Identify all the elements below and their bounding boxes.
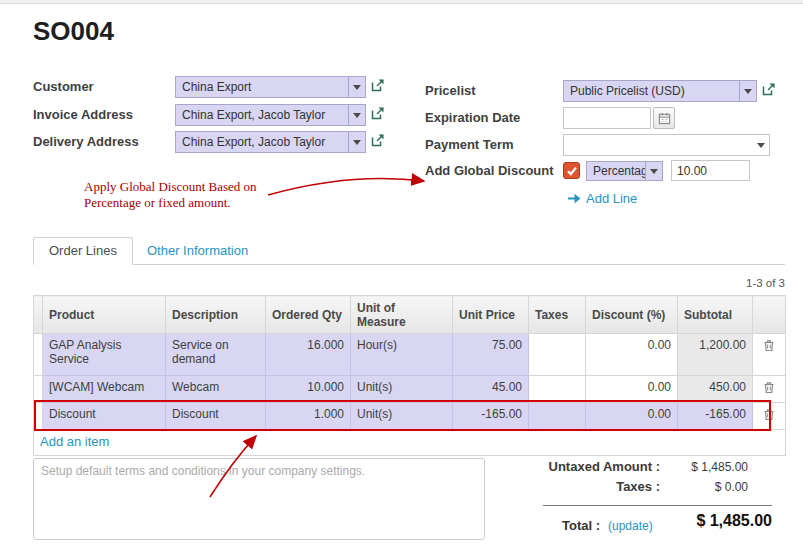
caret-down-icon <box>353 113 361 118</box>
delete-line-button[interactable] <box>753 376 786 403</box>
global-discount-label: Add Global Discount <box>425 160 554 182</box>
untaxed-amount-value: $ 1,485.00 <box>660 460 748 474</box>
pricelist-external-link-icon[interactable] <box>761 82 777 98</box>
invoice-address-value: China Export, Jacob Taylor <box>176 105 348 125</box>
cell-taxes[interactable] <box>529 376 586 403</box>
col-ordered-qty: Ordered Qty <box>266 296 351 334</box>
tab-bar <box>33 237 785 265</box>
add-line-label: Add Line <box>586 191 637 206</box>
cell-discount[interactable]: 0.00 <box>586 403 678 430</box>
order-lines-table: Product Description Ordered Qty Unit of … <box>33 295 786 456</box>
tab-order-lines[interactable]: Order Lines <box>33 237 133 265</box>
total-value: $ 1,485.00 <box>620 512 772 530</box>
expiration-date-input[interactable] <box>563 107 651 129</box>
cell-unit-of-measure[interactable]: Unit(s) <box>351 376 453 403</box>
table-header-row: Product Description Ordered Qty Unit of … <box>34 296 786 334</box>
row-handle <box>34 334 43 376</box>
taxes-label: Taxes : <box>455 479 660 494</box>
col-description: Description <box>166 296 266 334</box>
cell-unit-price[interactable]: 75.00 <box>453 334 529 376</box>
delivery-address-external-link-icon[interactable] <box>370 133 386 149</box>
pager[interactable]: 1-3 of 3 <box>600 277 785 289</box>
cell-subtotal: -165.00 <box>678 403 753 430</box>
delivery-address-dropdown-button[interactable] <box>348 132 365 152</box>
col-subtotal: Subtotal <box>678 296 753 334</box>
cell-discount[interactable]: 0.00 <box>586 334 678 376</box>
col-handle <box>34 296 43 334</box>
caret-down-icon <box>757 143 765 148</box>
arrow-right-icon <box>568 193 581 204</box>
order-line-row-1[interactable]: GAP Analysis Service Service on demand 1… <box>34 334 786 376</box>
cell-unit-of-measure[interactable]: Unit(s) <box>351 403 453 430</box>
cell-taxes[interactable] <box>529 334 586 376</box>
payment-term-label: Payment Term <box>425 134 514 156</box>
delivery-address-value: China Export, Jacob Taylor <box>176 132 348 152</box>
discount-mode-value: Percentage <box>587 162 645 180</box>
sales-order-page: SO004 Customer China Export Invoice Addr… <box>0 0 803 545</box>
cell-ordered-qty[interactable]: 1.000 <box>266 403 351 430</box>
cell-description[interactable]: Discount <box>166 403 266 430</box>
cell-product[interactable]: [WCAM] Webcam <box>43 376 166 403</box>
totals-divider <box>543 505 772 506</box>
check-icon <box>566 165 578 177</box>
order-line-row-discount[interactable]: Discount Discount 1.000 Unit(s) -165.00 … <box>34 403 786 430</box>
discount-mode-select[interactable]: Percentage <box>586 161 663 181</box>
pricelist-dropdown-button[interactable] <box>739 81 756 101</box>
total-label: Total : <box>490 518 600 533</box>
trash-icon <box>763 381 775 394</box>
pricelist-value: Public Pricelist (USD) <box>564 81 739 101</box>
delivery-address-select[interactable]: China Export, Jacob Taylor <box>175 131 366 153</box>
customer-dropdown-button[interactable] <box>348 77 365 97</box>
cell-unit-price[interactable]: -165.00 <box>453 403 529 430</box>
customer-value: China Export <box>176 77 348 97</box>
cell-description[interactable]: Webcam <box>166 376 266 403</box>
add-item-row: Add an item <box>34 430 786 456</box>
terms-notes-textarea[interactable] <box>33 458 485 540</box>
caret-down-icon <box>353 85 361 90</box>
customer-select[interactable]: China Export <box>175 76 366 98</box>
delete-line-button[interactable] <box>753 403 786 430</box>
invoice-address-external-link-icon[interactable] <box>370 106 386 122</box>
customer-external-link-icon[interactable] <box>370 78 386 94</box>
invoice-address-select[interactable]: China Export, Jacob Taylor <box>175 104 366 126</box>
delete-line-button[interactable] <box>753 334 786 376</box>
cell-description[interactable]: Service on demand <box>166 334 266 376</box>
add-line-button[interactable]: Add Line <box>568 191 637 206</box>
calendar-icon <box>658 112 671 125</box>
row-handle <box>34 376 43 403</box>
cell-ordered-qty[interactable]: 16.000 <box>266 334 351 376</box>
trash-icon <box>763 408 775 421</box>
tab-other-information[interactable]: Other Information <box>147 243 248 258</box>
untaxed-amount-label: Untaxed Amount : <box>455 459 660 474</box>
cell-unit-price[interactable]: 45.00 <box>453 376 529 403</box>
caret-down-icon <box>353 140 361 145</box>
taxes-value: $ 0.00 <box>660 480 748 494</box>
pricelist-select[interactable]: Public Pricelist (USD) <box>563 80 757 102</box>
global-discount-checkbox[interactable] <box>563 162 580 179</box>
col-product: Product <box>43 296 166 334</box>
cell-discount[interactable]: 0.00 <box>586 376 678 403</box>
payment-term-dropdown-button[interactable] <box>753 143 769 148</box>
caret-down-icon <box>650 169 658 174</box>
cell-unit-of-measure[interactable]: Hour(s) <box>351 334 453 376</box>
discount-mode-dropdown-button[interactable] <box>645 162 662 180</box>
cell-ordered-qty[interactable]: 10.000 <box>266 376 351 403</box>
invoice-address-dropdown-button[interactable] <box>348 105 365 125</box>
payment-term-select[interactable] <box>563 134 770 156</box>
cell-product[interactable]: GAP Analysis Service <box>43 334 166 376</box>
top-divider <box>0 0 803 4</box>
cell-subtotal: 1,200.00 <box>678 334 753 376</box>
expiration-date-label: Expiration Date <box>425 107 520 129</box>
discount-amount-input[interactable] <box>671 160 750 181</box>
order-line-row-2[interactable]: [WCAM] Webcam Webcam 10.000 Unit(s) 45.0… <box>34 376 786 403</box>
row-handle <box>34 403 43 430</box>
cell-product[interactable]: Discount <box>43 403 166 430</box>
caret-down-icon <box>744 89 752 94</box>
cell-subtotal: 450.00 <box>678 376 753 403</box>
add-item-link[interactable]: Add an item <box>40 434 109 449</box>
col-unit-of-measure: Unit of Measure <box>351 296 453 334</box>
calendar-button[interactable] <box>653 107 675 129</box>
col-delete <box>753 296 786 334</box>
pricelist-label: Pricelist <box>425 80 476 102</box>
cell-taxes[interactable] <box>529 403 586 430</box>
